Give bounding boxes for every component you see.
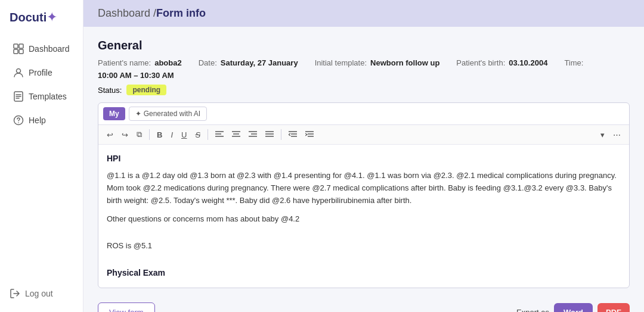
- indent-out-button[interactable]: [285, 128, 301, 142]
- form-info-row: Patient's name: aboba2 Date: Saturday, 2…: [98, 58, 630, 80]
- general-heading: General: [98, 39, 630, 52]
- physical-general: General: NAD: [107, 285, 621, 288]
- status-row: Status: pending: [98, 85, 630, 95]
- status-badge: pending: [126, 85, 166, 95]
- logout-label: Log out: [25, 289, 53, 298]
- logo-icon: ✦: [47, 10, 57, 25]
- birth-label: Patient's birth:: [456, 58, 505, 67]
- date-label: Date:: [199, 58, 217, 67]
- template-value: Newborn follow up: [370, 58, 439, 67]
- svg-rect-0: [14, 44, 18, 48]
- help-icon: [13, 115, 24, 126]
- hpi-paragraph-2: Other questions or concerns mom has abou…: [107, 213, 621, 226]
- main-panel: Dashboard / Form info General Patient's …: [83, 0, 644, 312]
- logo-text: Docuti: [10, 11, 47, 24]
- sidebar: Docuti✦ Dashboard Profile Templates: [0, 0, 83, 312]
- svg-point-4: [17, 69, 21, 73]
- breadcrumb: Dashboard /: [98, 7, 156, 20]
- content-area: General Patient's name: aboba2 Date: Sat…: [83, 27, 644, 312]
- editor-toolbar: ↩ ↪ ⧉ B I U S: [98, 125, 629, 145]
- user-icon: [13, 67, 24, 78]
- logout-icon: [10, 288, 20, 299]
- date-value: Saturday, 27 January: [221, 58, 298, 67]
- sidebar-item-help-label: Help: [29, 116, 46, 125]
- sidebar-item-profile[interactable]: Profile: [4, 61, 79, 84]
- italic-button[interactable]: I: [167, 128, 177, 142]
- strike-button[interactable]: S: [191, 128, 204, 142]
- toolbar-sep-1: [149, 129, 150, 140]
- sidebar-item-templates[interactable]: Templates: [4, 85, 79, 108]
- sidebar-item-help[interactable]: Help: [4, 109, 79, 132]
- copy-button[interactable]: ⧉: [133, 127, 145, 142]
- export-word-button[interactable]: Word: [554, 303, 593, 312]
- sparkle-icon: ✦: [135, 110, 141, 118]
- ai-btn-label: Generated with AI: [144, 110, 200, 118]
- editor-tabs-row: My ✦ Generated with AI: [98, 103, 629, 125]
- editor-spacer-2: [107, 258, 621, 266]
- toolbar-sep-2: [208, 129, 208, 140]
- editor-spacer-1: [107, 232, 621, 240]
- sidebar-item-profile-label: Profile: [29, 68, 52, 77]
- time-value: 10:00 AM – 10:30 AM: [98, 71, 174, 80]
- ai-generated-button[interactable]: ✦ Generated with AI: [129, 107, 207, 121]
- grid-icon: [13, 43, 24, 54]
- birth-value: 03.10.2004: [509, 58, 547, 67]
- align-center-button[interactable]: [228, 128, 244, 142]
- align-right-button[interactable]: [245, 128, 261, 142]
- sidebar-item-templates-label: Templates: [29, 92, 67, 101]
- svg-rect-3: [19, 49, 23, 54]
- time-label: Time:: [564, 58, 583, 67]
- view-form-button[interactable]: View form: [98, 302, 155, 312]
- physical-exam-heading: Physical Exam: [107, 266, 621, 279]
- hpi-paragraph-1: @1.1 is a @1.2 day old @1.3 born at @2.3…: [107, 170, 621, 207]
- logout-button[interactable]: Log out: [0, 282, 83, 305]
- editor-content-area[interactable]: HPI @1.1 is a @1.2 day old @1.3 born at …: [98, 145, 629, 288]
- export-as-label: Export as: [516, 308, 549, 312]
- footer-actions: View form Export as Word PDF: [98, 298, 630, 312]
- toolbar-sep-3: [281, 129, 281, 140]
- redo-button[interactable]: ↪: [118, 128, 132, 142]
- export-group: Export as Word PDF: [516, 303, 630, 312]
- patient-name-value: aboba2: [154, 58, 182, 67]
- sidebar-item-dashboard[interactable]: Dashboard: [4, 38, 79, 60]
- underline-button[interactable]: U: [178, 128, 190, 142]
- patient-name-label: Patient's name:: [98, 58, 151, 67]
- indent-in-button[interactable]: [302, 128, 317, 142]
- justify-button[interactable]: [262, 128, 277, 142]
- tab-my-button[interactable]: My: [103, 107, 125, 120]
- sidebar-item-dashboard-label: Dashboard: [29, 44, 70, 54]
- logo: Docuti✦: [0, 10, 83, 37]
- undo-button[interactable]: ↩: [103, 128, 117, 142]
- export-pdf-button[interactable]: PDF: [597, 303, 630, 312]
- hpi-heading: HPI: [107, 152, 621, 165]
- dropdown-button[interactable]: ▾: [597, 128, 608, 142]
- svg-rect-2: [14, 49, 18, 54]
- align-left-button[interactable]: [212, 128, 227, 142]
- file-icon: [13, 91, 24, 102]
- ros-paragraph: ROS is @5.1: [107, 240, 621, 252]
- page-title: Form info: [156, 7, 206, 20]
- template-label: Initial template:: [315, 58, 367, 67]
- bold-button[interactable]: B: [153, 128, 166, 142]
- more-button[interactable]: ⋯: [609, 128, 624, 142]
- svg-point-10: [18, 122, 19, 123]
- svg-rect-1: [19, 44, 23, 48]
- status-label: Status:: [98, 86, 122, 95]
- editor-wrapper: My ✦ Generated with AI ↩ ↪ ⧉ B I U S: [98, 102, 630, 288]
- page-header: Dashboard / Form info: [83, 0, 644, 27]
